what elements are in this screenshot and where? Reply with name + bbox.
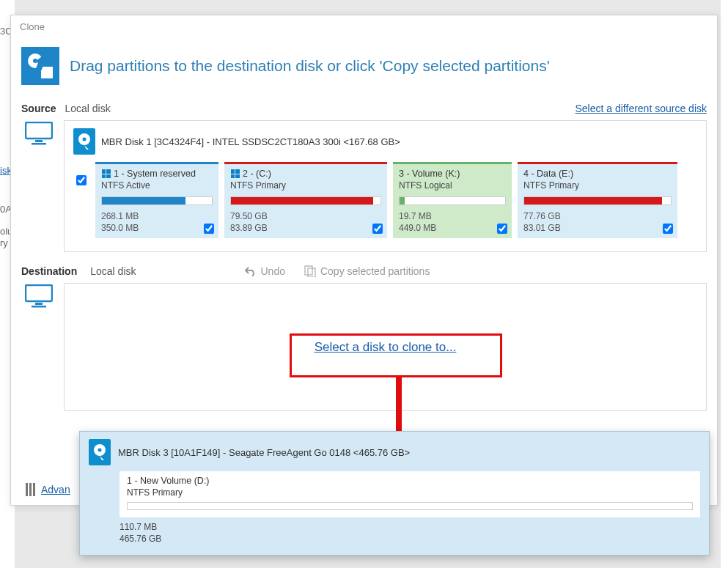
partition-2[interactable]: 2 - (C:) NTFS Primary 79.50 GB83.89 GB <box>224 162 387 238</box>
partition-used: 19.7 MB <box>399 211 506 223</box>
partition-checkbox[interactable] <box>204 224 214 234</box>
partition-4[interactable]: 4 - Data (E:) NTFS Primary 77.76 GB83.01… <box>518 162 677 238</box>
partition-total: 83.01 GB <box>523 223 672 235</box>
source-sublabel: Local disk <box>65 103 110 114</box>
sliders-icon <box>26 483 35 496</box>
partition-title: 4 - Data (E:) <box>523 169 573 179</box>
partition-total: 83.89 GB <box>230 223 381 235</box>
destination-label: Destination <box>21 265 77 277</box>
partition-used: 77.76 GB <box>523 211 672 223</box>
monitor-icon <box>21 283 56 411</box>
partition-3[interactable]: 3 - Volume (K:) NTFS Logical 19.7 MB449.… <box>393 162 512 238</box>
svg-rect-8 <box>305 266 312 275</box>
partition-total: 449.0 MB <box>399 223 506 235</box>
dest-used: 110.7 MB <box>120 522 700 534</box>
svg-rect-11 <box>35 303 43 305</box>
usage-bar <box>127 502 693 510</box>
select-different-source-link[interactable]: Select a different source disk <box>575 103 707 114</box>
source-label: Source <box>21 103 56 114</box>
destination-dropdown[interactable]: MBR Disk 3 [10A1F149] - Seagate FreeAgen… <box>79 431 710 556</box>
partition-title: 1 - System reserved <box>114 169 196 179</box>
partition-title: 3 - Volume (K:) <box>399 169 460 179</box>
partition-sub: NTFS Active <box>101 180 213 191</box>
partition-sub: NTFS Primary <box>523 180 672 191</box>
partition-sub: NTFS Logical <box>399 180 506 191</box>
partition-sub: NTFS Primary <box>230 180 381 191</box>
windows-icon <box>101 169 111 179</box>
monitor-icon <box>21 120 56 252</box>
svg-rect-10 <box>26 285 52 301</box>
usage-bar <box>399 196 506 205</box>
svg-rect-4 <box>35 140 43 142</box>
partition-total: 350.0 MB <box>101 223 213 235</box>
svg-rect-5 <box>32 143 46 145</box>
dest-partition-sub: NTFS Primary <box>127 487 693 498</box>
svg-rect-2 <box>41 67 53 78</box>
copy-icon <box>304 265 316 277</box>
clone-icon <box>21 47 59 85</box>
hdd-icon <box>89 439 111 465</box>
undo-icon <box>245 266 257 276</box>
headline: Drag partitions to the destination disk … <box>70 57 550 75</box>
undo-label: Undo <box>261 265 285 277</box>
dest-total: 465.76 GB <box>120 534 700 545</box>
copy-label: Copy selected partitions <box>320 265 430 277</box>
usage-bar <box>101 196 213 205</box>
dest-partition-title: 1 - New Volume (D:) <box>127 476 693 486</box>
partition-1[interactable]: 1 - System reserved NTFS Active 268.1 MB… <box>95 162 218 238</box>
source-disk-title: MBR Disk 1 [3C4324F4] - INTEL SSDSC2CT18… <box>101 136 400 147</box>
svg-rect-9 <box>308 268 315 277</box>
bg-text: ry <box>0 237 8 248</box>
source-disk-box: MBR Disk 1 [3C4324F4] - INTEL SSDSC2CT18… <box>64 120 707 252</box>
svg-rect-12 <box>32 306 46 308</box>
partition-used: 79.50 GB <box>230 211 381 223</box>
destination-panel: Select a disk to clone to... <box>64 283 707 411</box>
destination-sublabel: Local disk <box>90 265 136 277</box>
hdd-icon <box>73 128 95 155</box>
partition-checkbox[interactable] <box>663 224 673 234</box>
select-destination-link[interactable]: Select a disk to clone to... <box>300 334 471 361</box>
partition-title: 2 - (C:) <box>243 169 271 179</box>
partition-used: 268.1 MB <box>101 211 213 223</box>
dest-disk-title: MBR Disk 3 [10A1F149] - Seagate FreeAgen… <box>118 447 410 458</box>
copy-partitions-button[interactable]: Copy selected partitions <box>304 265 430 277</box>
undo-button[interactable]: Undo <box>245 265 285 277</box>
advanced-link[interactable]: Advan <box>41 484 70 495</box>
usage-bar <box>230 196 381 205</box>
usage-bar <box>523 196 672 205</box>
select-all-checkbox[interactable] <box>76 175 87 185</box>
svg-rect-3 <box>26 122 52 139</box>
svg-point-7 <box>83 138 87 141</box>
partition-checkbox[interactable] <box>372 224 383 234</box>
dest-partition[interactable]: 1 - New Volume (D:) NTFS Primary <box>120 471 700 517</box>
modal-title: Clone <box>11 15 717 38</box>
windows-icon <box>230 169 240 179</box>
partition-checkbox[interactable] <box>497 224 507 234</box>
svg-point-16 <box>98 449 102 452</box>
